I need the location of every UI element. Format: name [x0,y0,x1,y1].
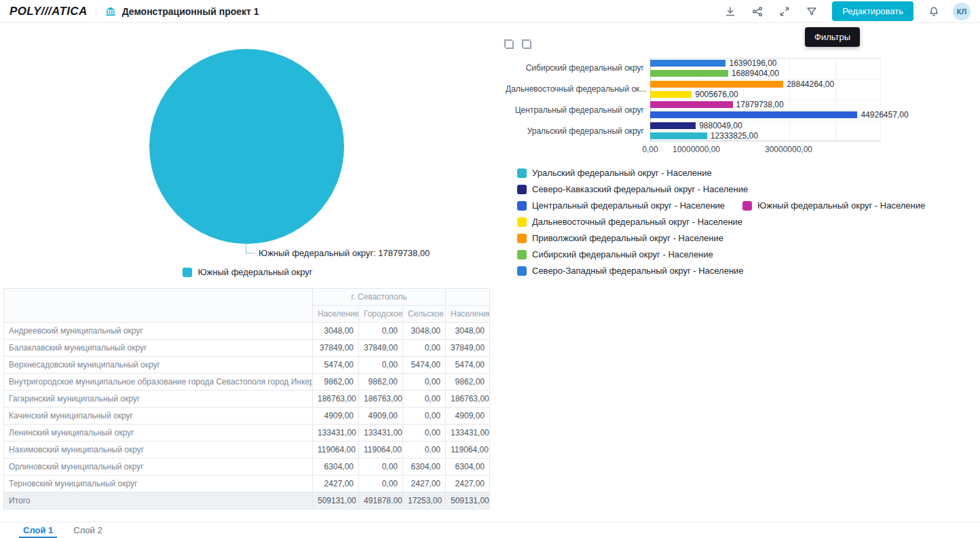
legend-item[interactable]: Северо-Кавказский федеральный округ - На… [517,184,748,194]
bar-row: 9880049,00 [650,122,881,129]
bar[interactable] [650,70,728,77]
cell-value: 119064,00 [446,442,490,459]
bar-value-label: 9005676,00 [695,90,738,99]
cell-value: 133431,00 [313,425,359,442]
filter-funnel-icon[interactable] [805,5,818,18]
legend-item[interactable]: Сибирский федеральный округ - Население [517,249,713,259]
row-label: Балаклавский муниципальный округ [4,340,313,357]
legend-item[interactable]: Приволжский федеральный округ - Населени… [517,233,723,243]
fullscreen-expand-icon[interactable] [778,5,791,18]
cell-value: 9862,00 [313,374,359,391]
legend-item[interactable]: Уральский федеральный округ - Население [517,168,712,178]
bar-row: 44926457,00 [650,111,881,118]
legend-item[interactable]: Северо-Западный федеральный округ - Насе… [517,266,744,276]
cell-value: 6304,00 [403,459,446,476]
row-label: Терновский муниципальный округ [4,476,313,492]
bar[interactable] [650,111,857,118]
total-value: 491878,00 [359,492,403,509]
bar-row: 12333825,00 [650,132,881,139]
legend-row: Северо-Кавказский федеральный округ - На… [517,184,925,194]
table-row[interactable]: Внутригородское муниципальное образовани… [4,374,490,391]
cell-value: 119064,00 [359,442,403,459]
bar[interactable] [650,122,696,129]
total-value: 509131,00 [446,492,490,509]
museum-icon [105,5,117,18]
table-total-row: Итого509131,00491878,0017253,00509131,00 [4,492,490,509]
bar[interactable] [650,101,733,108]
cell-value: 4909,00 [359,408,403,425]
user-avatar[interactable]: КЛ [953,3,970,20]
pie-legend[interactable]: Южный федеральный округ [0,267,495,277]
cell-value: 6304,00 [446,459,490,476]
cell-value: 0,00 [403,425,446,442]
bar[interactable] [650,60,725,67]
legend-swatch [517,217,527,227]
legend-swatch [517,185,527,194]
bar-value-label: 17879738,00 [736,100,784,109]
bar-group: Центральный федеральный округ17879738,00… [506,100,926,121]
polymatica-logo[interactable]: POLY///ATICA [10,5,88,18]
bar-value-label: 44926457,00 [861,110,908,120]
legend-row: Приволжский федеральный округ - Населени… [517,233,925,243]
table-row[interactable]: Нахимовский муниципальный округ119064,00… [4,442,490,459]
cell-value: 0,00 [403,374,446,391]
crop-selection-icon[interactable] [504,39,514,50]
table-row[interactable]: Качинский муниципальный округ4909,004909… [4,408,490,425]
legend-item[interactable]: Дальневосточный федеральный округ - Насе… [517,217,742,227]
category-label: Уральский федеральный округ [506,126,650,136]
bar-row: 28844264,00 [650,81,881,88]
bar-row: 17879738,00 [650,101,881,108]
x-tick-label: 10000000,00 [673,145,720,154]
cell-value: 2427,00 [446,476,490,492]
table-row[interactable]: Орлиновский муниципальный округ6304,000,… [4,459,490,476]
table-row[interactable]: Балаклавский муниципальный округ37849,00… [4,340,490,357]
table-row[interactable]: Ленинский муниципальный округ133431,0013… [4,425,490,442]
download-icon[interactable] [723,5,737,18]
bar-row: 16889404,00 [650,70,881,77]
cell-value: 2427,00 [403,476,446,492]
header-actions: Редактировать КЛ [710,1,970,21]
cell-value: 3048,00 [446,323,490,340]
cell-value: 0,00 [403,340,446,357]
bar[interactable] [650,81,783,88]
category-label: Дальневосточный федеральный ок... [506,84,650,94]
bar-row: 16390196,00 [650,60,881,67]
tab-layer-1[interactable]: Слой 1 [19,522,57,538]
table-row[interactable]: Верхнесадовский муниципальный округ5474,… [4,357,490,374]
crop-selection-icon[interactable] [521,39,532,50]
legend-item[interactable]: Центральный федеральный округ - Населени… [517,200,725,211]
notifications-bell-icon[interactable] [927,5,941,18]
legend-row: Дальневосточный федеральный округ - Насе… [517,217,925,227]
pie-chart[interactable] [149,49,344,244]
bar-group-bars: 9880049,0012333825,00 [650,120,881,141]
cell-value: 37849,00 [446,340,490,357]
row-label: Орлиновский муниципальный округ [4,459,313,476]
share-icon[interactable] [751,5,764,18]
pie-legend-label: Южный федеральный округ [197,267,312,277]
row-label: Нахимовский муниципальный округ [4,442,313,459]
edit-button[interactable]: Редактировать [832,1,913,21]
table-row[interactable]: Терновский муниципальный округ2427,000,0… [4,476,490,492]
bar[interactable] [650,132,707,139]
cell-value: 0,00 [359,357,403,374]
table-row[interactable]: Гагаринский муниципальный округ186763,00… [4,391,490,408]
legend-row: Сибирский федеральный округ - Население [517,249,925,259]
legend-label: Южный федеральный округ - Население [757,200,925,211]
legend-label: Северо-Западный федеральный округ - Насе… [532,266,744,276]
bar-group: Уральский федеральный округ9880049,00123… [506,120,926,141]
bar-chart: Сибирский федеральный округ16390196,0016… [506,58,926,141]
table-col-header: Население [313,306,359,323]
row-label: Ленинский муниципальный округ [4,425,313,442]
table-col-header: Население [446,306,490,323]
legend-label: Дальневосточный федеральный округ - Насе… [532,217,742,227]
cell-value: 2427,00 [313,476,359,492]
cell-value: 0,00 [359,323,403,340]
legend-item[interactable]: Южный федеральный округ - Население [742,200,925,211]
chart-toolbar [504,39,532,50]
cell-value: 0,00 [403,408,446,425]
category-label: Сибирский федеральный округ [506,63,650,73]
table-row[interactable]: Андреевский муниципальный округ3048,000,… [4,323,490,340]
tab-layer-2[interactable]: Слой 2 [69,522,106,538]
cell-value: 0,00 [359,459,403,476]
bar[interactable] [650,91,692,98]
